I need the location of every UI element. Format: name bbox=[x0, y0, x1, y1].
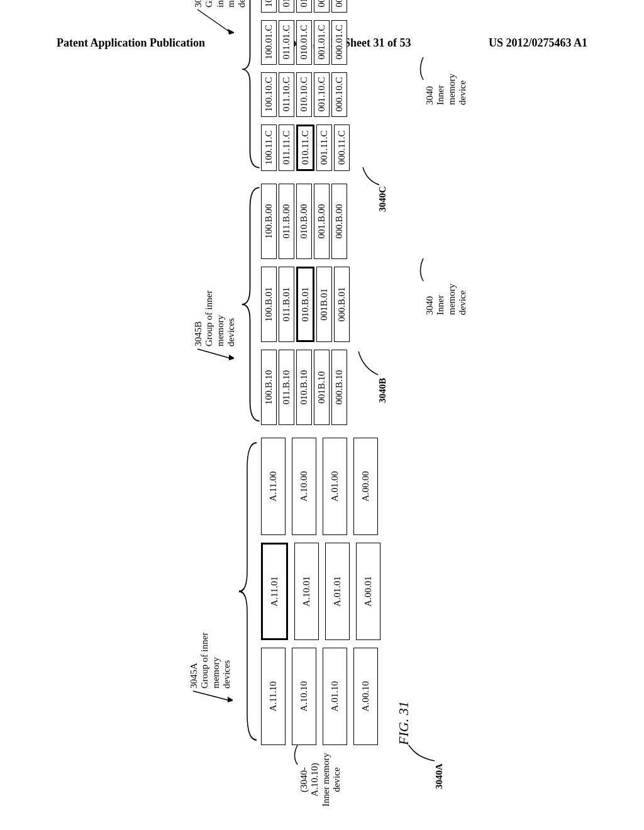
header-right: US 2012/0275463 A1 bbox=[489, 36, 587, 50]
cell: 010.B.01 bbox=[296, 267, 314, 342]
label-inner-mem-a: Inner memory device bbox=[321, 751, 343, 808]
label-3045a: 3045A bbox=[189, 632, 199, 689]
column-a: 3045A Group of inner memory devices A.11… bbox=[261, 438, 380, 745]
cell: A.01.10 bbox=[323, 648, 347, 745]
cell: 001.11.C bbox=[316, 124, 332, 171]
label-3040a: 3040A bbox=[434, 763, 444, 789]
column-c: 3045C Group of inner memory devices 100.… bbox=[261, 0, 380, 171]
cell: A.11.01 bbox=[261, 543, 288, 640]
label-3040c: 3040C bbox=[377, 186, 387, 212]
cell: 001.10.C bbox=[314, 72, 330, 117]
label-inner-mem-c: Inner memory device bbox=[435, 55, 468, 105]
label-3040-a1010: (3040-A.10.10) bbox=[299, 751, 321, 808]
cell: 011.01.C bbox=[279, 20, 294, 65]
cell: 000.11.C bbox=[334, 124, 350, 171]
cell: 000.B.00 bbox=[331, 184, 347, 259]
groups-col-c: 100.11.C011.11.C010.11.C001.11.C000.11.C… bbox=[261, 0, 350, 171]
cell: 000.00.C bbox=[331, 0, 347, 13]
cell: A.00.00 bbox=[353, 438, 378, 535]
cell: A.11.10 bbox=[261, 648, 286, 745]
column-b: 3045B Group of inner memory devices 100.… bbox=[261, 184, 380, 425]
cell: A.10.00 bbox=[292, 438, 316, 535]
cell: 010.01.C bbox=[296, 20, 312, 65]
cell: 000.10.C bbox=[331, 72, 347, 117]
cell: 010.00.C bbox=[296, 0, 312, 13]
brace-3045a-icon bbox=[236, 438, 260, 745]
cell: A.10.10 bbox=[292, 648, 316, 745]
cell: A.00.10 bbox=[353, 648, 378, 745]
groups-col-b: 100.B.10011.B.10010.B.10001B.10000.B.10 … bbox=[261, 184, 350, 425]
cell: 010.B.10 bbox=[296, 350, 312, 425]
svg-line-4 bbox=[197, 9, 231, 33]
cell: 011.B.10 bbox=[279, 350, 294, 425]
figure-31: 3045A Group of inner memory devices A.11… bbox=[261, 85, 380, 745]
label-3040b: 3040B bbox=[377, 378, 387, 403]
cell: A.01.01 bbox=[325, 543, 350, 640]
label-group-b: Group of inner memory devices bbox=[204, 290, 236, 346]
svg-marker-3 bbox=[229, 355, 234, 360]
brace-3045b-icon bbox=[239, 184, 264, 425]
figure-caption: FIG. 31 bbox=[396, 701, 412, 745]
svg-marker-1 bbox=[228, 697, 233, 702]
cell: A.11.00 bbox=[261, 438, 286, 535]
cell: 000.B.01 bbox=[334, 267, 350, 342]
svg-line-2 bbox=[197, 349, 231, 358]
cell: A.10.01 bbox=[294, 543, 319, 640]
svg-marker-5 bbox=[228, 29, 234, 35]
cell: 001.00.C bbox=[314, 0, 330, 13]
label-group-a: Group of inner memory devices bbox=[199, 632, 232, 689]
cell: 001B.01 bbox=[316, 267, 332, 342]
label-inner-mem-b: Inner memory device bbox=[435, 265, 468, 315]
cell: 000.B.10 bbox=[331, 350, 347, 425]
cell: 011.B.00 bbox=[279, 184, 294, 259]
cell: 010.B.00 bbox=[296, 184, 312, 259]
cell: 011.00.C bbox=[279, 0, 294, 13]
brace-3045c-icon bbox=[239, 0, 264, 171]
cell: 001.01.C bbox=[314, 20, 330, 65]
cell: 000.01.C bbox=[331, 20, 347, 65]
header-left: Patent Application Publication bbox=[57, 36, 205, 50]
cell: A.00.01 bbox=[356, 543, 380, 640]
cell: 001.B.00 bbox=[314, 184, 330, 259]
svg-line-0 bbox=[193, 691, 230, 700]
cell: 011.B.01 bbox=[279, 267, 294, 342]
label-3045b: 3045B bbox=[193, 290, 204, 346]
cell: 011.10.C bbox=[279, 72, 294, 117]
cell: 010.10.C bbox=[296, 72, 312, 117]
cell: 001B.10 bbox=[314, 350, 330, 425]
groups-col-a: A.11.10A.10.10A.01.10A.00.10 A.11.01A.10… bbox=[261, 438, 380, 745]
cell: A.01.00 bbox=[323, 438, 347, 535]
cell: 011.11.C bbox=[279, 124, 294, 171]
cell: 010.11.C bbox=[296, 124, 314, 171]
